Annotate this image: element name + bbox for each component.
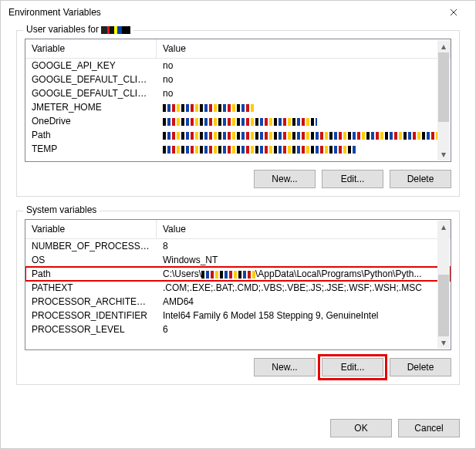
variable-name-cell: JMETER_HOME — [25, 101, 157, 113]
system-variables-list[interactable]: Variable Value NUMBER_OF_PROCESSORS8OSWi… — [25, 219, 451, 350]
variable-value-cell — [157, 143, 451, 155]
table-row[interactable]: Path — [25, 128, 451, 142]
variable-name-cell: PROCESSOR_LEVEL — [25, 323, 157, 336]
table-row[interactable]: GOOGLE_DEFAULT_CLIENT_IDno — [25, 73, 451, 86]
table-row[interactable]: JMETER_HOME — [25, 100, 451, 114]
user-edit-button[interactable]: Edit... — [322, 170, 383, 188]
table-row[interactable]: GOOGLE_API_KEYno — [25, 59, 451, 73]
table-row[interactable]: TEMP — [25, 142, 451, 156]
system-scrollbar[interactable]: ▴ ▾ — [437, 221, 450, 349]
variable-name-cell: PATHEXT — [25, 282, 157, 294]
user-variables-legend: User variables for — [23, 24, 133, 35]
scroll-up-icon[interactable]: ▴ — [437, 221, 450, 233]
variable-name-cell: OneDrive — [25, 115, 157, 127]
scroll-thumb[interactable] — [438, 52, 449, 122]
variable-name-cell: PROCESSOR_ARCHITECTURE — [25, 295, 157, 308]
user-delete-button[interactable]: Delete — [390, 170, 451, 188]
scroll-down-icon[interactable]: ▾ — [437, 148, 450, 160]
variable-value-cell: 8 — [157, 240, 451, 252]
value-prefix: C:\Users\ — [163, 268, 201, 279]
user-scrollbar[interactable]: ▴ ▾ — [437, 40, 450, 160]
redacted-value — [163, 132, 441, 140]
variable-name-cell: TEMP — [25, 143, 157, 155]
variable-value-cell — [157, 129, 451, 141]
close-button[interactable] — [438, 2, 469, 23]
variable-name-cell: GOOGLE_DEFAULT_CLIENT_ID — [25, 73, 157, 86]
system-delete-button[interactable]: Delete — [390, 358, 451, 376]
system-new-button[interactable]: New... — [254, 358, 316, 376]
variable-name-cell: Path — [25, 268, 157, 280]
variable-value-cell: Windows_NT — [157, 254, 451, 266]
dialog-footer: OK Cancel — [1, 414, 475, 448]
table-row[interactable]: PROCESSOR_ARCHITECTUREAMD64 — [25, 295, 451, 309]
system-edit-button[interactable]: Edit... — [322, 358, 383, 376]
variable-name-cell: GOOGLE_DEFAULT_CLIENT_... — [25, 87, 157, 100]
variable-name-cell: NUMBER_OF_PROCESSORS — [25, 240, 157, 252]
table-row[interactable]: PROCESSOR_LEVEL6 — [25, 322, 451, 336]
table-row[interactable]: GOOGLE_DEFAULT_CLIENT_...no — [25, 86, 451, 100]
dialog-content: User variables for Variable Value GOOGLE… — [1, 24, 475, 414]
redacted-value — [163, 104, 255, 112]
user-variables-list[interactable]: Variable Value GOOGLE_API_KEYnoGOOGLE_DE… — [25, 39, 451, 162]
variable-value-cell: AMD64 — [157, 295, 451, 308]
system-variables-group: System variables Variable Value NUMBER_O… — [16, 211, 460, 385]
user-header-value[interactable]: Value — [157, 39, 451, 58]
user-header-variable[interactable]: Variable — [25, 39, 157, 58]
variable-value-cell: C:\Users\\AppData\Local\Programs\Python\… — [157, 268, 451, 280]
variable-value-cell: no — [157, 59, 451, 72]
system-list-header: Variable Value — [25, 220, 451, 239]
scroll-up-icon[interactable]: ▴ — [437, 40, 450, 52]
window-title: Environment Variables — [8, 7, 101, 18]
system-header-value[interactable]: Value — [157, 220, 451, 238]
user-legend-prefix: User variables for — [26, 24, 101, 35]
variable-value-cell: no — [157, 73, 451, 86]
variable-value-cell — [157, 101, 451, 113]
system-rows: NUMBER_OF_PROCESSORS8OSWindows_NTPathC:\… — [25, 239, 451, 349]
table-row[interactable]: PATHEXT.COM;.EXE;.BAT;.CMD;.VBS;.VBE;.JS… — [25, 281, 451, 295]
table-row[interactable]: OSWindows_NT — [25, 253, 451, 267]
user-list-header: Variable Value — [25, 39, 451, 59]
variable-name-cell: Path — [25, 129, 157, 141]
scroll-thumb[interactable] — [438, 275, 449, 336]
environment-variables-dialog: Environment Variables User variables for… — [0, 0, 476, 449]
variable-name-cell: PROCESSOR_IDENTIFIER — [25, 309, 157, 322]
cancel-button[interactable]: Cancel — [398, 419, 460, 437]
redacted-value — [163, 118, 317, 126]
table-row[interactable]: PROCESSOR_IDENTIFIERIntel64 Family 6 Mod… — [25, 309, 451, 322]
user-new-button[interactable]: New... — [254, 170, 316, 188]
titlebar: Environment Variables — [1, 1, 475, 24]
username-redacted — [101, 26, 130, 34]
scroll-down-icon[interactable]: ▾ — [437, 336, 450, 349]
redacted-value — [163, 146, 356, 154]
variable-value-cell: Intel64 Family 6 Model 158 Stepping 9, G… — [157, 309, 451, 322]
system-buttons-row: New... Edit... Delete — [25, 350, 451, 376]
user-rows: GOOGLE_API_KEYnoGOOGLE_DEFAULT_CLIENT_ID… — [25, 59, 451, 160]
system-variables-legend: System variables — [23, 204, 100, 215]
table-row[interactable]: OneDrive — [25, 114, 451, 128]
variable-value-cell — [157, 115, 451, 127]
variable-name-cell: OS — [25, 254, 157, 266]
variable-value-cell: 6 — [157, 323, 451, 336]
variable-value-cell: .COM;.EXE;.BAT;.CMD;.VBS;.VBE;.JS;.JSE;.… — [157, 282, 451, 294]
close-icon — [450, 8, 457, 16]
table-row-path-selected[interactable]: PathC:\Users\\AppData\Local\Programs\Pyt… — [25, 267, 451, 281]
user-buttons-row: New... Edit... Delete — [25, 162, 451, 188]
system-header-variable[interactable]: Variable — [25, 220, 157, 238]
ok-button[interactable]: OK — [330, 419, 392, 437]
table-row[interactable]: NUMBER_OF_PROCESSORS8 — [25, 239, 451, 253]
variable-name-cell: GOOGLE_API_KEY — [25, 59, 157, 72]
redacted-value — [201, 271, 255, 279]
value-suffix: \AppData\Local\Programs\Python\Pyth... — [255, 268, 421, 279]
user-variables-group: User variables for Variable Value GOOGLE… — [16, 30, 460, 197]
variable-value-cell: no — [157, 87, 451, 100]
